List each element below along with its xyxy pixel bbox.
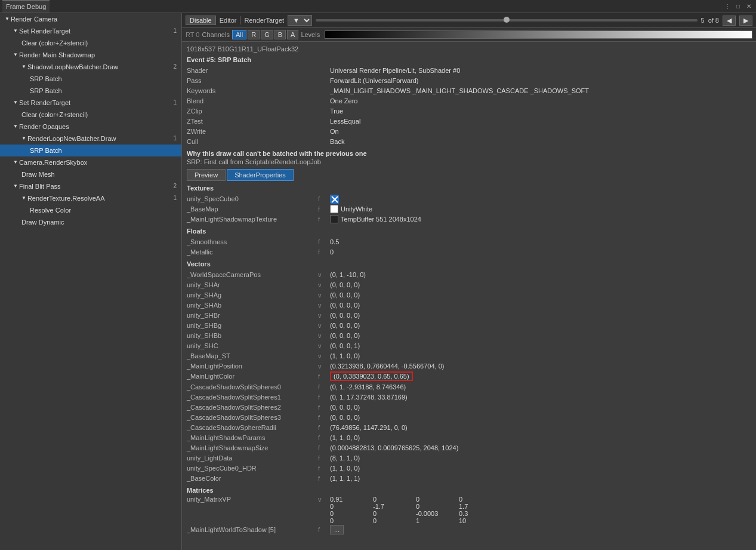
tree-item[interactable]: ▼Render Main Shadowmap xyxy=(0,49,181,61)
right-panel: Disable Editor RenderTarget ▼ 5 of 8 ◀ ▶… xyxy=(182,13,756,550)
tree-item[interactable]: ▼Render Opaques xyxy=(0,121,181,133)
tree-item-label: Resolve Color xyxy=(30,205,71,215)
tree-item[interactable]: SRP Batch xyxy=(0,145,181,156)
matrix-cell: 0 xyxy=(330,503,366,510)
close-icon[interactable]: ✕ xyxy=(744,2,754,11)
channel-btn-a[interactable]: A xyxy=(287,30,298,39)
vector-name: _MainLightShadowmapSize xyxy=(187,444,318,451)
matrix-row: 0-1.701.7 xyxy=(187,503,751,510)
prop-name: ZClip xyxy=(187,107,318,115)
vector-type: v xyxy=(318,302,330,309)
float-value: 0 xyxy=(330,248,334,256)
tree-item[interactable]: ▼RenderLoopNewBatcher.Draw1 xyxy=(0,133,181,145)
vector-row: _CascadeShadowSphereRadiif(76.49856, 114… xyxy=(187,422,751,432)
tab-shaderproperties[interactable]: ShaderProperties xyxy=(227,169,294,181)
next-button[interactable]: ▶ xyxy=(739,16,752,26)
vector-value: (0.3213938, 0.7660444, -0.5566704, 0) xyxy=(330,362,444,370)
tab-preview[interactable]: Preview xyxy=(187,169,226,181)
tree-item[interactable]: SRP Batch xyxy=(0,73,181,85)
highlighted-value-box: (0, 0.3839023, 0.65, 0.65) xyxy=(330,371,413,381)
vector-type: f xyxy=(318,454,330,462)
tree-item-label: Final Blit Pass xyxy=(19,182,61,191)
matrix-extra-expand-button[interactable]: ... xyxy=(330,525,344,534)
vector-name: _CascadeShadowSplitSpheres1 xyxy=(187,394,318,401)
vector-type: f xyxy=(318,373,330,380)
tree-item[interactable]: ▼RenderTexture.ResolveAA1 xyxy=(0,192,181,204)
tree-item-counter: 1 xyxy=(173,26,179,36)
texture-value: TempBuffer 551 2048x1024 xyxy=(330,215,421,223)
vector-row: _MainLightShadowmapSizef(0.0004882813, 0… xyxy=(187,443,751,453)
tree-item[interactable]: Draw Dynamic xyxy=(0,216,181,228)
tree-item-label: Camera.RenderSkybox xyxy=(19,158,87,167)
tree-item[interactable]: SRP Batch xyxy=(0,85,181,97)
tree-item[interactable]: ▼Set RenderTarget1 xyxy=(0,97,181,109)
channel-btn-all[interactable]: All xyxy=(232,30,246,39)
vector-name: _WorldSpaceCameraPos xyxy=(187,271,318,278)
vector-value: (0, 0, 0, 0) xyxy=(330,312,360,319)
render-target-select[interactable]: ▼ xyxy=(288,15,312,26)
texture-name: _BaseMap xyxy=(187,205,318,213)
tree-item[interactable]: Clear (color+Z+stencil) xyxy=(0,109,181,121)
channel-btn-b[interactable]: B xyxy=(274,30,286,39)
title-bar-label: Frame Debug xyxy=(2,0,50,13)
prev-button[interactable]: ◀ xyxy=(723,16,736,26)
vector-type: v xyxy=(318,291,330,299)
content-area: 1018x537 B10G11R11_UFloatPack32 Event #5… xyxy=(182,42,756,550)
tree-item[interactable]: Clear (color+Z+stencil) xyxy=(0,37,181,49)
matrix-values: 0.91000 xyxy=(330,496,495,503)
vector-row: unity_LightDataf(8, 1, 1, 0) xyxy=(187,453,751,463)
vector-row: unity_SHBbv(0, 0, 0, 0) xyxy=(187,330,751,340)
vector-row: unity_SHBrv(0, 0, 0, 0) xyxy=(187,310,751,320)
float-row: _Metallic f 0 xyxy=(187,247,751,257)
tree-arrow-icon: ▼ xyxy=(21,193,26,203)
tree-item-label: SRP Batch xyxy=(30,86,62,96)
texture-type: f xyxy=(318,205,330,213)
vector-type: v xyxy=(318,342,330,349)
title-bar-icons: ⋮ □ ✕ xyxy=(723,2,754,11)
matrix-extra-row: _MainLightWorldToShadow [5] f ... xyxy=(187,524,751,535)
vector-value: (0, 0, 0, 0) xyxy=(330,291,360,299)
menu-icon[interactable]: ⋮ xyxy=(723,2,732,11)
tree-item[interactable]: ▼Set RenderTarget1 xyxy=(0,25,181,37)
tree-item-label: SRP Batch xyxy=(30,146,62,155)
matrices-container: unity_MatrixVPv0.910000-1.701.700-0.0003… xyxy=(187,496,751,524)
matrix-cell: -1.7 xyxy=(373,503,409,510)
vector-value: (0.0004882813, 0.0009765625, 2048, 1024) xyxy=(330,444,458,451)
vector-value: (0, 0, 0, 0) xyxy=(330,404,360,411)
tree-item[interactable]: ▼Render Camera xyxy=(0,13,181,25)
divider xyxy=(240,16,240,24)
prop-name: ZWrite xyxy=(187,128,318,135)
disable-button[interactable]: Disable xyxy=(186,16,216,25)
tree-item[interactable]: Resolve Color xyxy=(0,204,181,216)
vector-row: unity_SHArv(0, 0, 0, 0) xyxy=(187,279,751,290)
matrix-cell: 0.3 xyxy=(459,510,495,517)
prop-value: True xyxy=(330,107,343,115)
maximize-icon[interactable]: □ xyxy=(733,2,743,11)
tree-item[interactable]: ▼Camera.RenderSkybox xyxy=(0,156,181,168)
vectors-section: Vectors xyxy=(187,260,751,268)
frame-slider[interactable] xyxy=(316,19,697,21)
slider-of: of 8 xyxy=(708,17,719,24)
channel-btn-g[interactable]: G xyxy=(261,30,273,39)
texture-type: f xyxy=(318,216,330,223)
matrix-cell: 0 xyxy=(459,496,495,503)
tree-item[interactable]: ▼Final Blit Pass2 xyxy=(0,180,181,192)
property-row: ZClip True xyxy=(187,106,751,116)
vector-value: (0, 1, -2.93188, 8.746346) xyxy=(330,383,406,391)
vector-name: _MainLightPosition xyxy=(187,362,318,370)
float-name: _Metallic xyxy=(187,248,318,256)
tree-item[interactable]: Draw Mesh xyxy=(0,168,181,180)
floats-container: _Smoothness f 0.5 _Metallic f 0 xyxy=(187,236,751,257)
prop-name: Pass xyxy=(187,77,318,84)
float-name: _Smoothness xyxy=(187,238,318,245)
rt-label: RT 0 xyxy=(186,31,199,38)
tree-arrow-icon: ▼ xyxy=(13,50,18,60)
vector-type: f xyxy=(318,444,330,451)
texture-name: unity_SpecCube0 xyxy=(187,195,318,202)
tree-item[interactable]: ▼ShadowLoopNewBatcher.Draw2 xyxy=(0,61,181,73)
vector-type: f xyxy=(318,404,330,411)
matrix-cell: 0 xyxy=(373,496,409,503)
channel-btn-r[interactable]: R xyxy=(248,30,260,39)
vector-row: _MainLightColorf(0, 0.3839023, 0.65, 0.6… xyxy=(187,371,751,382)
vector-value: (0, 0, 0, 1) xyxy=(330,342,360,349)
